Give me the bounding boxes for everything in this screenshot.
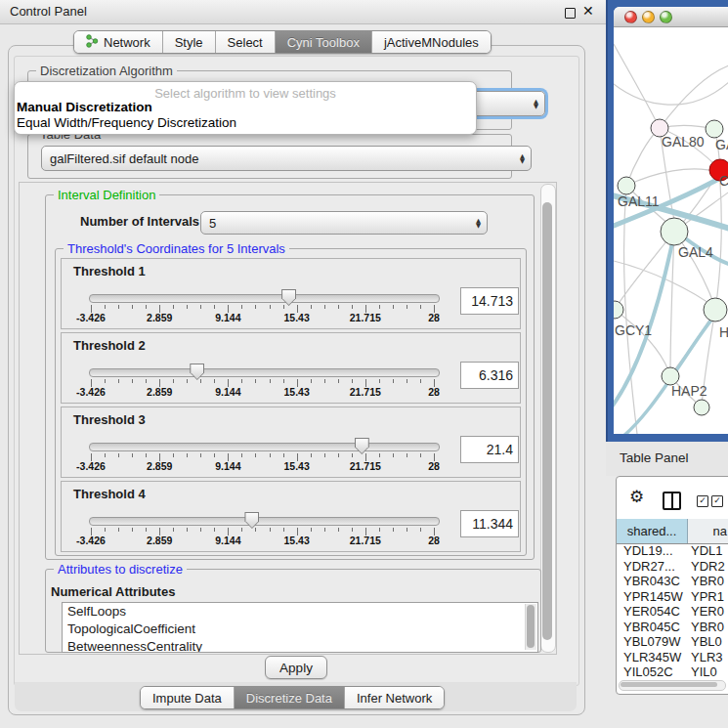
- network-node[interactable]: [694, 400, 709, 415]
- close-light-icon[interactable]: [624, 11, 637, 23]
- minor-tick: [352, 379, 353, 383]
- slider-thumb[interactable]: [355, 438, 369, 454]
- network-edge[interactable]: [626, 130, 658, 186]
- table-row[interactable]: YPR145WYPR1: [617, 589, 728, 605]
- number-of-intervals-select[interactable]: 5 ▲▼: [200, 211, 488, 235]
- minor-tick: [255, 379, 256, 383]
- hscrollbar-thumb[interactable]: [621, 682, 717, 687]
- tab-network[interactable]: Network: [74, 31, 163, 53]
- network-node-h[interactable]: [704, 298, 727, 321]
- popup-option-manual[interactable]: Manual Discretization: [17, 100, 152, 114]
- node-label: GCY1: [615, 322, 652, 338]
- checkbox-icon[interactable]: ✓: [711, 495, 723, 507]
- list-item-topologicalcoefficient[interactable]: TopologicalCoefficient: [63, 621, 537, 638]
- threshold-value-field[interactable]: 11.344: [460, 510, 519, 537]
- float-window-icon[interactable]: [565, 8, 576, 19]
- slider-thumb[interactable]: [281, 289, 296, 306]
- minor-tick: [241, 379, 242, 383]
- group-title: Discretization Algorithm: [36, 64, 177, 78]
- network-edge[interactable]: [615, 310, 668, 370]
- table-row[interactable]: YBR043CYBR0: [617, 574, 728, 589]
- tick-label: 9.144: [204, 386, 251, 398]
- table-row[interactable]: YBL079WYBL0: [617, 634, 728, 650]
- scrollbar-thumb[interactable]: [542, 202, 552, 640]
- minor-tick: [214, 305, 215, 309]
- table-row[interactable]: YBR045CYBR0: [617, 620, 728, 635]
- cell-shared-name: YDL19...: [623, 543, 673, 559]
- number-of-intervals-value: 5: [209, 216, 216, 231]
- node-label: GAL11: [618, 193, 660, 209]
- tab-style[interactable]: Style: [163, 31, 216, 53]
- table-row[interactable]: YIL052CYIL0: [617, 664, 728, 678]
- vertical-scrollbar[interactable]: [540, 184, 556, 653]
- slider-thumb[interactable]: [244, 512, 259, 529]
- tab-label: Cyni Toolbox: [287, 35, 360, 50]
- threshold-value-field[interactable]: 6.316: [460, 362, 519, 389]
- network-canvas[interactable]: GAL80GACGAL11GAL4GCY1HHAP2: [614, 26, 728, 434]
- column-header-shared[interactable]: shared...: [617, 519, 688, 543]
- threshold-value-field[interactable]: 21.4: [460, 436, 519, 463]
- minor-tick: [105, 379, 106, 383]
- minimize-light-icon[interactable]: [642, 11, 655, 23]
- network-node-ga[interactable]: [706, 120, 723, 138]
- gear-icon[interactable]: ⚙: [629, 489, 644, 505]
- minor-tick: [338, 305, 339, 309]
- list-scrollbar-thumb[interactable]: [527, 605, 535, 648]
- popup-option-equal-width[interactable]: Equal Width/Frequency Discretization: [17, 115, 236, 130]
- minor-tick: [283, 305, 284, 309]
- minor-tick: [393, 305, 394, 309]
- minor-tick: [352, 305, 353, 309]
- tab-select[interactable]: Select: [216, 31, 276, 53]
- minor-tick: [338, 453, 339, 457]
- threshold-value-field[interactable]: 14.713: [460, 287, 519, 315]
- table-data-select[interactable]: galFiltered.sif default node ▲▼: [41, 146, 532, 171]
- network-edge[interactable]: [614, 80, 728, 105]
- network-node-gal4[interactable]: [661, 218, 688, 245]
- minor-tick: [407, 305, 407, 309]
- tick-label: 28: [410, 312, 457, 323]
- slider-track[interactable]: [89, 443, 440, 451]
- tab-infer-network[interactable]: Infer Network: [345, 687, 444, 708]
- table-row[interactable]: YLR345WYLR3: [617, 650, 728, 665]
- minor-tick: [187, 453, 188, 457]
- node-label: GAL80: [662, 134, 705, 150]
- network-edge[interactable]: [614, 44, 660, 128]
- minor-tick: [338, 379, 339, 383]
- group-title: Interval Definition: [54, 188, 159, 202]
- minor-tick: [105, 528, 106, 532]
- tab-jactivemnodules[interactable]: jActiveMNodules: [372, 31, 491, 53]
- close-icon[interactable]: ✕: [582, 3, 594, 19]
- minor-tick: [379, 379, 380, 383]
- tab-cyni-toolbox[interactable]: Cyni Toolbox: [276, 31, 372, 53]
- list-item-selfloops[interactable]: SelfLoops: [63, 603, 537, 621]
- column-header-name[interactable]: na: [688, 519, 728, 543]
- apply-button[interactable]: Apply: [265, 656, 327, 679]
- list-item-betweennesscentrality[interactable]: BetweennessCentrality: [63, 638, 537, 653]
- slider-track[interactable]: [89, 368, 440, 377]
- columns-icon[interactable]: [663, 492, 681, 510]
- minor-tick: [270, 379, 271, 383]
- table-row[interactable]: YDR27...YDR2: [617, 559, 728, 575]
- network-window-titlebar[interactable]: [614, 7, 728, 27]
- checkbox-icon[interactable]: ✓: [697, 495, 708, 507]
- minor-tick: [324, 453, 325, 457]
- cell-shared-name: YBR043C: [623, 574, 680, 589]
- zoom-light-icon[interactable]: [660, 11, 672, 23]
- slider-track[interactable]: [89, 517, 440, 526]
- horizontal-scrollbar[interactable]: [619, 680, 726, 691]
- numerical-attributes-list[interactable]: SelfLoopsTopologicalCoefficientBetweenne…: [62, 602, 538, 653]
- network-edge[interactable]: [660, 65, 728, 128]
- tab-discretize-data[interactable]: Discretize Data: [235, 687, 345, 708]
- list-scrollbar[interactable]: [525, 604, 536, 650]
- cell-shared-name: YDR27...: [623, 559, 675, 575]
- minor-tick: [132, 305, 133, 309]
- table-row[interactable]: YER054CYER0: [617, 604, 728, 620]
- table-row[interactable]: YDL19...YDL1: [617, 543, 728, 559]
- slider-track[interactable]: [89, 294, 440, 303]
- tab-impute-data[interactable]: Impute Data: [141, 687, 235, 708]
- threshold-box-4: Threshold 4-3.4262.8599.14415.4321.71528…: [61, 481, 521, 552]
- network-node-gal11[interactable]: [618, 177, 635, 194]
- slider-thumb[interactable]: [190, 364, 204, 380]
- network-edge[interactable]: [614, 261, 715, 308]
- minor-tick: [420, 453, 421, 457]
